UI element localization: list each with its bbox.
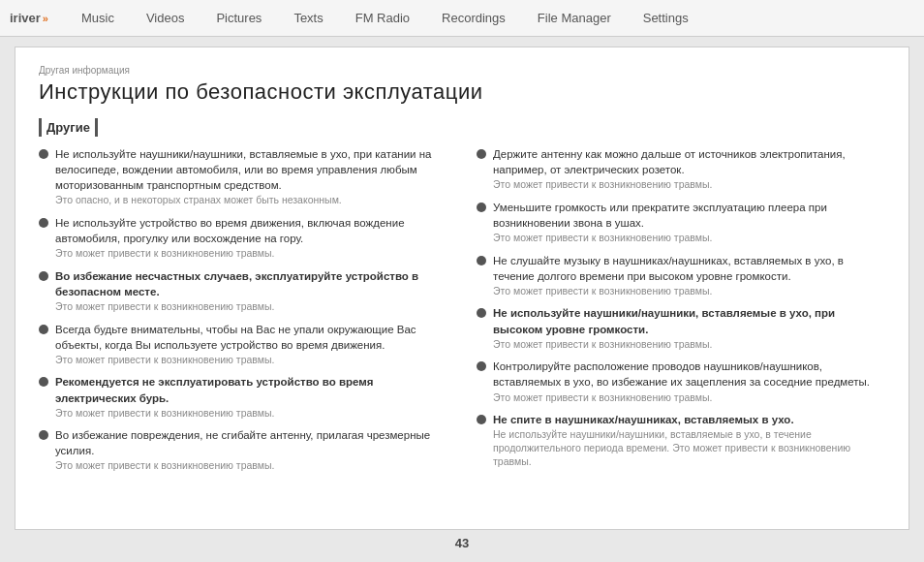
- list-item-main: Не спите в наушниках/наушниках, вставляе…: [493, 412, 885, 427]
- right-list-item: Не слушайте музыку в наушниках/наушниках…: [477, 253, 885, 298]
- logo-text: iriver: [10, 11, 41, 25]
- right-list-item: Контролируйте расположение проводов науш…: [477, 359, 885, 404]
- bullet-icon: [477, 149, 486, 159]
- left-list-item: Всегда будьте внимательны, чтобы на Вас …: [39, 322, 447, 367]
- bullet-icon: [477, 203, 486, 212]
- content-box: Другая информация Инструкции по безопасн…: [15, 47, 909, 530]
- nav-item-fmradio[interactable]: FM Radio: [342, 7, 423, 29]
- right-list-item: Уменьшите громкость или прекратите экспл…: [477, 200, 885, 245]
- page-number: 43: [15, 530, 909, 552]
- nav-item-videos[interactable]: Videos: [133, 7, 199, 29]
- list-item-main: Во избежание несчастных случаев, эксплуа…: [55, 268, 447, 299]
- list-item-main: Всегда будьте внимательны, чтобы на Вас …: [55, 322, 447, 353]
- list-item-sub: Это может привести к возникновению травм…: [55, 300, 447, 314]
- bullet-icon: [39, 271, 48, 281]
- bullet-icon: [39, 218, 48, 228]
- left-list-item: Не используйте устройство во время движе…: [39, 215, 447, 261]
- right-list-item: Не используйте наушники/наушники, вставл…: [477, 305, 885, 351]
- list-item-main: Не используйте устройство во время движе…: [55, 215, 447, 246]
- list-item-sub: Не используйте наушники/наушники, вставл…: [493, 428, 885, 468]
- right-list-item: Держите антенну как можно дальше от исто…: [477, 146, 885, 192]
- nav-item-settings[interactable]: Settings: [630, 7, 702, 29]
- list-item-main: Не используйте наушники/наушники, вставл…: [493, 305, 885, 336]
- right-column: Держите антенну как можно дальше от исто…: [477, 146, 885, 481]
- columns: Не используйте наушники/наушники, вставл…: [39, 146, 885, 481]
- bullet-icon: [39, 149, 48, 159]
- navbar: iriver» Music Videos Pictures Texts FM R…: [0, 0, 924, 37]
- nav-items: Music Videos Pictures Texts FM Radio Rec…: [68, 7, 914, 29]
- main-wrapper: Другая информация Инструкции по безопасн…: [0, 37, 924, 562]
- list-item-main: Не используйте наушники/наушники, вставл…: [55, 146, 447, 193]
- bullet-icon: [39, 325, 48, 334]
- left-list-item: Рекомендуется не эксплуатировать устройс…: [39, 374, 447, 420]
- list-item-sub: Это может привести к возникновению травм…: [55, 459, 447, 473]
- bullet-icon: [39, 377, 48, 387]
- list-item-main: Не слушайте музыку в наушниках/наушниках…: [493, 253, 885, 284]
- left-list: Не используйте наушники/наушники, вставл…: [39, 146, 447, 473]
- list-item-sub: Это опасно, и в некоторых странах может …: [55, 194, 447, 207]
- list-item-sub: Это может привести к возникновению травм…: [493, 285, 885, 298]
- bullet-icon: [477, 361, 486, 371]
- bullet-icon: [477, 256, 486, 265]
- list-item-main: Рекомендуется не эксплуатировать устройс…: [55, 374, 447, 405]
- logo-arrows: »: [43, 13, 48, 24]
- list-item-sub: Это может привести к возникновению травм…: [493, 391, 885, 405]
- nav-item-recordings[interactable]: Recordings: [428, 7, 519, 29]
- list-item-sub: Это может привести к возникновению травм…: [493, 178, 885, 192]
- bullet-icon: [39, 430, 48, 440]
- breadcrumb: Другая информация: [39, 65, 885, 76]
- list-item-main: Контролируйте расположение проводов науш…: [493, 359, 885, 390]
- right-list-item: Не спите в наушниках/наушниках, вставляе…: [477, 412, 885, 468]
- left-column: Не используйте наушники/наушники, вставл…: [39, 146, 447, 481]
- bullet-icon: [477, 308, 486, 318]
- nav-item-texts[interactable]: Texts: [280, 7, 336, 29]
- list-item-sub: Это может привести к возникновению травм…: [55, 247, 447, 261]
- left-list-item: Не используйте наушники/наушники, вставл…: [39, 146, 447, 207]
- list-item-sub: Это может привести к возникновению травм…: [55, 407, 447, 421]
- list-item-sub: Это может привести к возникновению травм…: [493, 338, 885, 352]
- nav-item-music[interactable]: Music: [68, 7, 128, 29]
- list-item-main: Держите антенну как можно дальше от исто…: [493, 146, 885, 177]
- page-title: Инструкции по безопасности эксплуатации: [39, 79, 885, 105]
- section-heading: Другие: [39, 118, 98, 137]
- nav-item-filemanager[interactable]: File Manager: [524, 7, 625, 29]
- list-item-main: Уменьшите громкость или прекратите экспл…: [493, 200, 885, 231]
- list-item-main: Во избежание повреждения, не сгибайте ан…: [55, 427, 447, 458]
- list-item-sub: Это может привести к возникновению травм…: [493, 232, 885, 245]
- list-item-sub: Это может привести к возникновению травм…: [55, 354, 447, 367]
- bullet-icon: [477, 415, 486, 424]
- nav-logo[interactable]: iriver»: [10, 11, 48, 25]
- left-list-item: Во избежание повреждения, не сгибайте ан…: [39, 427, 447, 473]
- right-list: Держите антенну как можно дальше от исто…: [477, 146, 885, 468]
- left-list-item: Во избежание несчастных случаев, эксплуа…: [39, 268, 447, 314]
- nav-item-pictures[interactable]: Pictures: [202, 7, 275, 29]
